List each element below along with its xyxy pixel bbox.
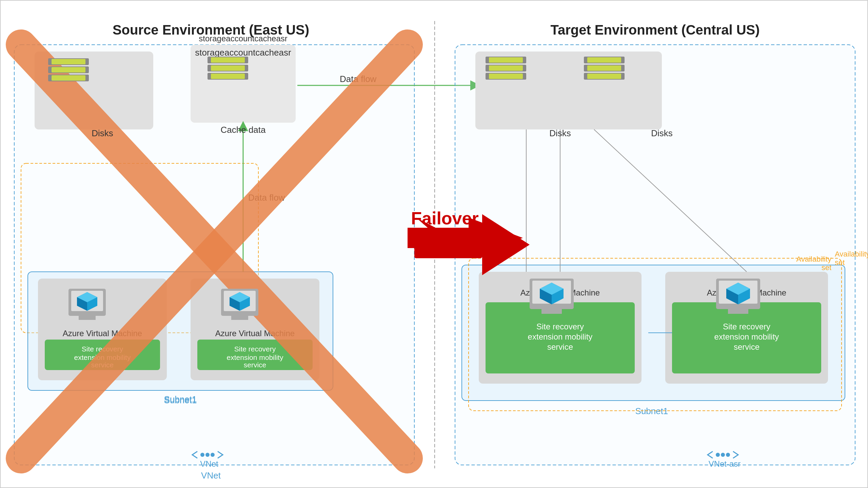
svg-text:Disks: Disks	[92, 128, 113, 138]
svg-rect-28	[462, 265, 845, 401]
svg-rect-100	[541, 309, 562, 314]
svg-rect-92	[224, 291, 256, 311]
svg-rect-86	[79, 316, 96, 320]
svg-rect-93	[231, 316, 248, 320]
svg-rect-6	[28, 272, 333, 390]
svg-rect-99	[532, 281, 571, 304]
source-vnet-label: VNet	[201, 470, 221, 481]
svg-text:Subnet1: Subnet1	[164, 395, 197, 405]
svg-rect-77	[489, 74, 523, 79]
svg-rect-4	[191, 45, 296, 123]
svg-text:Azure Virtual Machine: Azure Virtual Machine	[215, 329, 295, 338]
svg-marker-89	[77, 297, 87, 311]
svg-rect-2	[21, 163, 258, 333]
svg-text:extension mobility: extension mobility	[74, 353, 131, 361]
svg-rect-84	[68, 289, 106, 316]
svg-text:storageaccountcacheasr: storageaccountcacheasr	[195, 47, 291, 58]
svg-rect-69	[211, 65, 245, 71]
svg-rect-26	[455, 45, 855, 465]
svg-marker-51	[482, 214, 530, 275]
svg-text:Site recovery: Site recovery	[82, 345, 123, 353]
svg-text:Failover: Failover	[411, 208, 478, 228]
svg-rect-105	[716, 279, 760, 309]
svg-rect-65	[52, 75, 85, 81]
svg-rect-37	[486, 302, 635, 373]
svg-text:Availability: Availability	[835, 250, 868, 258]
svg-rect-98	[530, 279, 574, 309]
svg-point-116	[716, 453, 720, 457]
svg-text:Data flow: Data flow	[340, 74, 377, 84]
svg-point-118	[726, 453, 730, 457]
svg-rect-66	[208, 57, 248, 63]
svg-marker-104	[552, 289, 564, 304]
svg-rect-120	[408, 228, 469, 248]
svg-rect-83	[587, 74, 621, 79]
svg-marker-87	[77, 292, 97, 311]
svg-text:Subnet1: Subnet1	[164, 394, 197, 404]
svg-marker-101	[540, 283, 564, 304]
svg-text:Site recovery: Site recovery	[234, 345, 276, 353]
svg-rect-81	[587, 65, 621, 71]
svg-rect-91	[221, 289, 258, 316]
svg-rect-8	[38, 279, 167, 380]
svg-marker-111	[738, 289, 750, 304]
svg-rect-67	[208, 65, 248, 72]
svg-marker-110	[726, 289, 738, 304]
svg-text:Site recovery: Site recovery	[723, 322, 770, 331]
svg-rect-27	[475, 52, 662, 129]
svg-rect-64	[48, 75, 89, 81]
main-container: VNet storageaccountcacheasr Subnet1 Site…	[0, 0, 868, 488]
svg-text:Disks: Disks	[651, 128, 673, 138]
svg-rect-41	[672, 302, 821, 373]
svg-text:Target Environment (Central US: Target Environment (Central US)	[550, 22, 760, 37]
svg-text:VNet: VNet	[200, 459, 218, 468]
svg-text:Azure Virtual Machine: Azure Virtual Machine	[707, 288, 786, 297]
svg-text:Availability: Availability	[796, 255, 831, 263]
svg-line-46	[594, 129, 747, 272]
svg-marker-102	[540, 283, 564, 295]
svg-marker-96	[230, 297, 240, 311]
svg-rect-33	[479, 272, 642, 384]
svg-text:service: service	[91, 361, 114, 369]
svg-text:storageaccountcacheasr: storageaccountcacheasr	[199, 34, 288, 43]
svg-marker-97	[240, 297, 250, 311]
svg-point-117	[721, 453, 725, 457]
svg-text:Cache data: Cache data	[221, 125, 266, 135]
svg-marker-109	[726, 283, 750, 295]
svg-rect-106	[719, 281, 757, 304]
svg-text:service: service	[244, 361, 267, 369]
svg-point-114	[211, 453, 215, 457]
svg-text:Disks: Disks	[549, 128, 571, 138]
svg-rect-9	[191, 279, 319, 380]
svg-text:extension mobility: extension mobility	[528, 332, 593, 341]
svg-rect-78	[584, 57, 625, 63]
svg-line-24	[21, 45, 408, 458]
svg-rect-61	[48, 66, 89, 73]
svg-rect-73	[486, 65, 526, 72]
svg-rect-75	[489, 65, 523, 71]
svg-text:extension mobility: extension mobility	[227, 353, 283, 361]
svg-text:set: set	[835, 258, 845, 267]
svg-text:service: service	[547, 342, 573, 351]
svg-text:Azure Virtual Machine: Azure Virtual Machine	[520, 288, 600, 297]
svg-rect-60	[48, 58, 89, 65]
svg-rect-1	[14, 45, 414, 465]
svg-text:Subnet1: Subnet1	[635, 406, 668, 416]
svg-rect-50	[414, 231, 482, 258]
svg-marker-103	[540, 289, 552, 304]
svg-rect-14	[197, 340, 313, 370]
svg-text:extension mobility: extension mobility	[714, 332, 779, 341]
svg-rect-70	[208, 73, 248, 80]
svg-text:Source Environment (East US): Source Environment (East US)	[113, 22, 309, 37]
svg-rect-71	[211, 74, 245, 79]
svg-rect-79	[584, 65, 625, 72]
svg-text:Data flow: Data flow	[248, 192, 285, 203]
svg-rect-30	[469, 258, 842, 411]
svg-text:set: set	[822, 263, 831, 272]
svg-marker-108	[726, 283, 750, 304]
svg-rect-72	[486, 57, 526, 63]
svg-rect-10	[45, 340, 160, 370]
svg-rect-107	[728, 309, 748, 314]
svg-text:Site recovery: Site recovery	[536, 322, 584, 331]
svg-marker-94	[230, 292, 250, 311]
